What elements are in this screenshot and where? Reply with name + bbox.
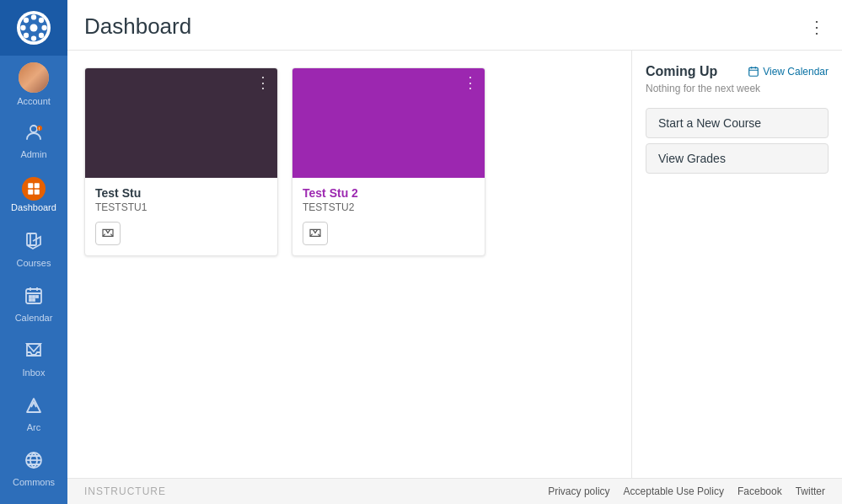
canvas-logo-icon — [17, 11, 51, 45]
coming-up-title: Coming Up — [646, 64, 717, 79]
svg-rect-16 — [35, 190, 40, 195]
footer-brand: INSTRUCTURE — [84, 485, 166, 497]
course-code-2: TESTSTU2 — [303, 201, 475, 213]
arc-icon — [24, 395, 44, 421]
course-name-2[interactable]: Test Stu 2 — [303, 186, 475, 200]
top-bar: Dashboard ⋮ — [67, 0, 842, 51]
calendar-label: Calendar — [15, 313, 53, 324]
footer-aup-link[interactable]: Acceptable Use Policy — [624, 485, 724, 497]
svg-rect-19 — [29, 296, 31, 298]
account-label: Account — [17, 96, 51, 107]
sidebar-item-courses[interactable]: Courses — [0, 223, 67, 277]
inbox-icon — [24, 340, 44, 366]
sidebar-item-dashboard[interactable]: Dashboard — [0, 169, 67, 222]
calendar-small-icon — [748, 66, 759, 78]
start-new-course-button[interactable]: Start a New Course — [646, 108, 829, 138]
commons-label: Commons — [13, 477, 55, 488]
inbox-label: Inbox — [23, 367, 46, 378]
sidebar-item-calendar[interactable]: Calendar — [0, 277, 67, 332]
svg-rect-20 — [33, 296, 35, 298]
course-card-menu-1[interactable]: ⋮ — [255, 75, 271, 90]
footer-facebook-link[interactable]: Facebook — [737, 485, 782, 497]
coming-up-header: Coming Up View Calendar — [646, 64, 829, 79]
course-card-body-1: Test Stu TESTSTU1 — [85, 178, 277, 255]
course-chat-icon-1[interactable] — [95, 222, 121, 245]
svg-point-3 — [31, 35, 36, 40]
sidebar-item-admin[interactable]: ! Admin — [0, 114, 67, 169]
wheel-svg — [19, 13, 49, 43]
coming-up-subtitle: Nothing for the next week — [646, 83, 829, 94]
course-card-menu-2[interactable]: ⋮ — [463, 75, 478, 90]
svg-point-4 — [20, 25, 25, 30]
course-code-1: TESTSTU1 — [95, 201, 267, 213]
svg-rect-15 — [28, 190, 33, 195]
svg-point-10 — [30, 126, 37, 132]
admin-label: Admin — [20, 149, 46, 160]
svg-point-2 — [31, 14, 36, 19]
course-chat-icon-2[interactable] — [303, 222, 328, 245]
view-calendar-link[interactable]: View Calendar — [748, 66, 829, 78]
sidebar: Account ! Admin — [0, 0, 67, 504]
courses-label: Courses — [17, 258, 51, 269]
right-sidebar: Coming Up View Calendar Nothing for the … — [631, 51, 842, 478]
courses-icon — [24, 231, 44, 256]
svg-rect-25 — [749, 67, 759, 76]
course-card-2[interactable]: ⋮ Test Stu 2 TESTSTU2 — [292, 67, 485, 256]
svg-point-1 — [30, 24, 38, 32]
admin-icon: ! — [24, 122, 44, 147]
course-actions-2 — [303, 222, 475, 245]
course-card-header-2: ⋮ — [292, 68, 485, 178]
course-card-header-1: ⋮ — [85, 68, 277, 178]
more-options-icon[interactable]: ⋮ — [808, 17, 825, 37]
avatar — [19, 62, 49, 93]
footer-links: Privacy policy Acceptable Use Policy Fac… — [548, 485, 825, 497]
svg-point-8 — [39, 18, 44, 23]
page-title: Dashboard — [84, 13, 808, 40]
sidebar-item-account[interactable]: Account — [0, 56, 67, 114]
main-content: Dashboard ⋮ ⋮ Test Stu TESTSTU1 — [67, 0, 842, 504]
view-grades-button[interactable]: View Grades — [646, 143, 829, 174]
svg-point-9 — [24, 33, 29, 38]
footer: INSTRUCTURE Privacy policy Acceptable Us… — [67, 478, 842, 504]
sidebar-item-commons[interactable]: Commons — [0, 442, 67, 496]
sidebar-logo[interactable] — [0, 0, 67, 56]
course-card-1[interactable]: ⋮ Test Stu TESTSTU1 — [84, 67, 278, 256]
sidebar-item-arc[interactable]: Arc — [0, 387, 67, 442]
course-card-body-2: Test Stu 2 TESTSTU2 — [292, 178, 485, 255]
svg-rect-13 — [28, 184, 33, 189]
svg-point-5 — [41, 25, 46, 30]
footer-privacy-link[interactable]: Privacy policy — [548, 485, 609, 497]
dashboard-label: Dashboard — [11, 202, 56, 213]
svg-point-7 — [39, 33, 44, 38]
dashboard-icon — [22, 177, 46, 201]
commons-icon — [24, 450, 44, 475]
content-area: ⋮ Test Stu TESTSTU1 — [67, 51, 842, 478]
arc-label: Arc — [27, 422, 41, 433]
svg-rect-23 — [33, 299, 35, 301]
svg-rect-14 — [35, 184, 40, 189]
sidebar-item-inbox[interactable]: Inbox — [0, 332, 67, 387]
svg-rect-21 — [36, 296, 38, 298]
calendar-icon — [24, 286, 44, 311]
svg-point-6 — [24, 18, 29, 23]
course-actions-1 — [95, 222, 267, 245]
svg-rect-22 — [29, 299, 31, 301]
footer-twitter-link[interactable]: Twitter — [796, 485, 825, 497]
course-name-1[interactable]: Test Stu — [95, 186, 267, 200]
courses-grid: ⋮ Test Stu TESTSTU1 — [67, 51, 631, 478]
view-calendar-label: View Calendar — [763, 66, 829, 78]
